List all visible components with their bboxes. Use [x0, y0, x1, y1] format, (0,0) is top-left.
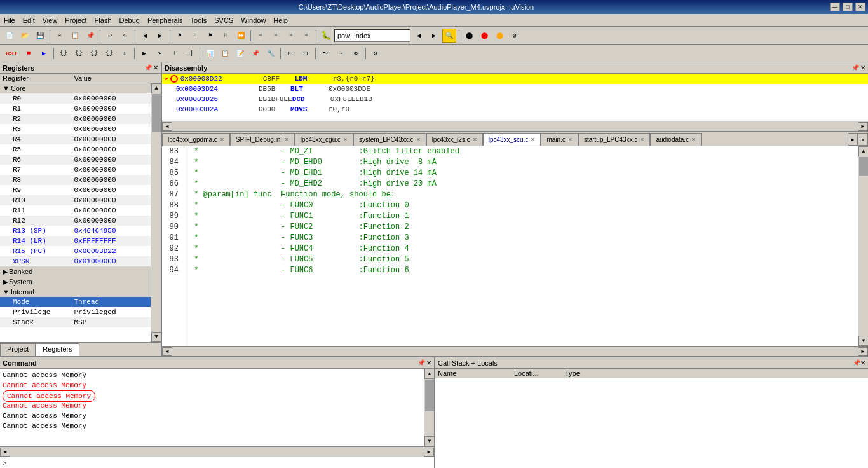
callstack-close-icon[interactable]: ✕ — [860, 359, 865, 366]
braces3[interactable]: {} — [87, 46, 101, 60]
pin-icon[interactable]: 📌 — [144, 64, 152, 71]
maximize-button[interactable]: □ — [843, 3, 853, 11]
run2[interactable]: ▶ — [137, 46, 151, 60]
command-close-icon[interactable]: ✕ — [426, 359, 431, 366]
cmd-scroll-thumb[interactable] — [425, 380, 434, 411]
tab-close-icon-7[interactable]: ✕ — [568, 137, 573, 142]
reg-vscroll[interactable]: ▲ ▼ — [151, 83, 161, 342]
tab-close-icon-3[interactable]: ✕ — [343, 137, 348, 142]
close-panel-icon[interactable]: ✕ — [153, 64, 158, 71]
code-scroll-up[interactable]: ▲ — [858, 146, 868, 156]
banked-group-header[interactable]: ▶ Banked — [0, 266, 151, 277]
disasm-hscroll[interactable]: ◀ ▶ — [162, 121, 868, 131]
tab-lpc43xx-i2s[interactable]: lpc43xx_i2s.c ✕ — [426, 133, 483, 146]
build-btn2[interactable]: ⚐ — [188, 29, 202, 43]
menu-item-help[interactable]: Help — [269, 15, 292, 25]
callstack-pin-icon[interactable]: 📌 — [853, 359, 860, 366]
tab-close-icon-2[interactable]: ✕ — [285, 137, 289, 142]
wave1[interactable]: 〜 — [318, 46, 332, 60]
dot3[interactable]: ⬤ — [492, 29, 506, 43]
align4[interactable]: ≡ — [299, 29, 313, 43]
dot2[interactable]: ⬤ — [477, 29, 491, 43]
tab-scroll-right-btn[interactable]: ▶ — [848, 133, 858, 146]
tab-close-all-btn[interactable]: ✕ — [858, 133, 868, 146]
tab-startup-lpc43xx[interactable]: startup_LPC43xx.c ✕ — [578, 133, 651, 146]
code-scroll-down[interactable]: ▼ — [858, 336, 868, 346]
scroll-down-btn[interactable]: ▼ — [151, 332, 161, 342]
open-btn[interactable]: 📂 — [18, 29, 32, 43]
menu-item-window[interactable]: Window — [237, 15, 269, 25]
build-btn3[interactable]: ⚑ — [203, 29, 217, 43]
undo-btn[interactable]: ↩ — [103, 29, 117, 43]
menu-item-flash[interactable]: Flash — [91, 15, 116, 25]
align3[interactable]: ≡ — [284, 29, 298, 43]
menu-item-tools[interactable]: Tools — [187, 15, 211, 25]
view1[interactable]: ⊞ — [283, 46, 297, 60]
menu-item-svcs[interactable]: SVCS — [210, 15, 237, 25]
dbg-win2[interactable]: 📋 — [218, 46, 232, 60]
build-btn4[interactable]: ⚐ — [219, 29, 233, 43]
wave3[interactable]: ⊕ — [349, 46, 363, 60]
align2[interactable]: ≡ — [269, 29, 283, 43]
core-group-header[interactable]: ▼ Core — [0, 83, 151, 93]
build-btn5[interactable]: ⏩ — [234, 29, 248, 43]
tab-audiodata[interactable]: audiodata.c ✕ — [650, 133, 702, 146]
align1[interactable]: ≡ — [254, 29, 268, 43]
tab-close-icon-4[interactable]: ✕ — [416, 137, 421, 142]
menu-item-peripherals[interactable]: Peripherals — [144, 15, 187, 25]
search-input[interactable] — [334, 29, 410, 42]
build-btn1[interactable]: ⚑ — [173, 29, 187, 43]
disasm-pin-icon[interactable]: 📌 — [851, 64, 859, 71]
cmd-scroll-down[interactable]: ▼ — [424, 436, 434, 446]
tab-close-icon-8[interactable]: ✕ — [640, 137, 644, 142]
nav-fwd[interactable]: ▶ — [153, 29, 167, 43]
scroll-up-btn[interactable]: ▲ — [151, 83, 161, 93]
cmd-scroll-up[interactable]: ▲ — [424, 369, 434, 379]
braces1[interactable]: {} — [57, 46, 71, 60]
tab-close-icon[interactable]: ✕ — [220, 137, 224, 142]
command-pin-icon[interactable]: 📌 — [417, 359, 425, 366]
disasm-scroll-left[interactable]: ◀ — [162, 122, 172, 131]
dbg-win4[interactable]: 📌 — [248, 46, 262, 60]
save-btn[interactable]: 💾 — [33, 29, 47, 43]
step-out[interactable]: ↑ — [168, 46, 182, 60]
internal-group-header[interactable]: ▼ Internal — [0, 287, 151, 297]
redo-btn[interactable]: ↪ — [118, 29, 132, 43]
braces4[interactable]: {} — [102, 46, 116, 60]
stop-btn[interactable]: ■ — [22, 46, 36, 60]
cmd-input-field[interactable] — [10, 460, 431, 467]
tab-close-icon-9[interactable]: ✕ — [691, 137, 696, 142]
tab-lpc4pxx-gpdma[interactable]: lpc4pxx_gpdma.c ✕ — [162, 133, 230, 146]
search-go[interactable]: 🔍 — [442, 29, 456, 43]
code-content[interactable]: * - MD_ZI :Glitch filter enabled * - MD_… — [184, 146, 858, 346]
cmd-hscroll-right[interactable]: ▶ — [424, 448, 434, 457]
close-button[interactable]: ✕ — [855, 3, 865, 11]
menu-item-debug[interactable]: Debug — [116, 15, 144, 25]
dbg-win5[interactable]: 🔧 — [264, 46, 278, 60]
disasm-scroll-right[interactable]: ▶ — [858, 122, 868, 131]
tab-registers[interactable]: Registers — [36, 343, 79, 356]
tab-system-lpc43xx[interactable]: system_LPC43xx.c ✕ — [353, 133, 426, 146]
cmd-hscroll-left[interactable]: ◀ — [0, 448, 10, 457]
step-over[interactable]: ↷ — [153, 46, 166, 60]
settings-btn[interactable]: ⚙ — [508, 29, 522, 43]
opt-btn[interactable]: ⚙ — [369, 46, 383, 60]
dbg-win3[interactable]: 📝 — [233, 46, 247, 60]
dbg-win1[interactable]: 📊 — [203, 46, 217, 60]
minimize-button[interactable]: — — [830, 3, 840, 11]
tab-close-icon-6[interactable]: ✕ — [531, 137, 535, 142]
nav-back[interactable]: ◀ — [138, 29, 152, 43]
wave2[interactable]: ≈ — [334, 46, 348, 60]
run-btn[interactable]: ▶ — [37, 46, 51, 60]
code-vscroll[interactable]: ▲ ▼ — [858, 146, 868, 346]
menu-item-view[interactable]: View — [39, 15, 62, 25]
code-scroll-thumb[interactable] — [859, 157, 868, 176]
search-left[interactable]: ◀ — [412, 29, 426, 43]
tab-spifi-debug[interactable]: SPIFI_Debug.ini ✕ — [230, 133, 295, 146]
search-right[interactable]: ▶ — [427, 29, 441, 43]
system-group-header[interactable]: ▶ System — [0, 277, 151, 287]
menu-item-file[interactable]: File — [0, 15, 19, 25]
tab-project[interactable]: Project — [0, 343, 36, 356]
tab-main[interactable]: main.c ✕ — [541, 133, 578, 146]
scroll-thumb[interactable] — [152, 94, 161, 132]
